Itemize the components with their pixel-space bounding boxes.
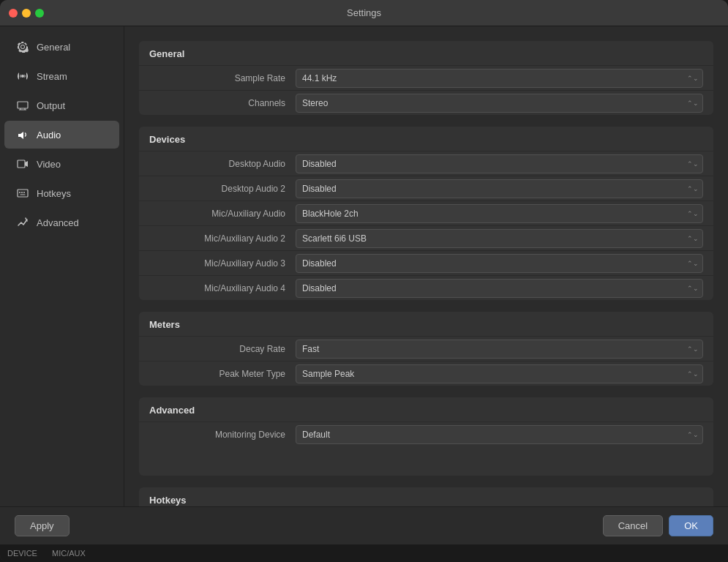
sidebar-label-output: Output xyxy=(37,100,65,111)
meters-section: Meters Decay Rate Fast Medium Slow Peak … xyxy=(139,312,713,386)
stream-icon xyxy=(16,70,29,83)
audio-icon xyxy=(16,128,29,141)
desktop-audio-control[interactable]: Disabled Default xyxy=(296,154,703,173)
mic-aux-4-row: Mic/Auxiliary Audio 4 Disabled Default xyxy=(139,275,713,300)
sample-rate-row: Sample Rate 44.1 kHz 48 kHz 96 kHz xyxy=(139,65,713,90)
advanced-section: Advanced Monitoring Device Default Black… xyxy=(139,397,713,476)
sidebar-item-video[interactable]: Video xyxy=(4,150,119,178)
sidebar-item-output[interactable]: Output xyxy=(4,91,119,119)
sidebar-label-video: Video xyxy=(37,159,61,170)
advanced-section-header: Advanced xyxy=(139,397,713,422)
mic-aux-3-control[interactable]: Disabled Default xyxy=(296,254,703,273)
svg-rect-6 xyxy=(18,190,28,197)
titlebar: Settings xyxy=(0,0,728,26)
traffic-lights xyxy=(9,9,44,18)
svg-point-0 xyxy=(21,75,24,78)
decay-rate-control[interactable]: Fast Medium Slow xyxy=(296,340,703,359)
channels-select[interactable]: Stereo Mono xyxy=(296,94,703,113)
decay-rate-label: Decay Rate xyxy=(149,344,296,354)
general-section-header: General xyxy=(139,41,713,65)
peak-meter-type-row: Peak Meter Type Sample Peak True Peak xyxy=(139,361,713,386)
sidebar-label-general: General xyxy=(37,42,70,53)
mic-aux-4-control[interactable]: Disabled Default xyxy=(296,279,703,298)
sidebar: General Stream xyxy=(0,26,124,506)
window-title: Settings xyxy=(347,7,381,18)
desktop-audio-2-row: Desktop Audio 2 Disabled Default xyxy=(139,176,713,201)
peak-meter-type-control[interactable]: Sample Peak True Peak xyxy=(296,364,703,383)
channels-label: Channels xyxy=(149,98,296,108)
general-section: General Sample Rate 44.1 kHz 48 kHz 96 k… xyxy=(139,41,713,115)
mic-aux-2-label: Mic/Auxiliary Audio 2 xyxy=(149,233,296,244)
mic-aux-2-select[interactable]: Scarlett 6i6 USB Disabled xyxy=(296,229,703,248)
bottom-taskbar: DEVICE MIC/AUX xyxy=(0,544,728,562)
peak-meter-type-label: Peak Meter Type xyxy=(149,369,296,379)
gear-icon xyxy=(16,40,29,53)
sample-rate-control[interactable]: 44.1 kHz 48 kHz 96 kHz xyxy=(296,69,703,88)
mic-aux-select[interactable]: BlackHole 2ch Disabled xyxy=(296,204,703,223)
sidebar-label-stream: Stream xyxy=(37,71,67,82)
advanced-icon xyxy=(16,216,29,229)
mic-aux-4-select[interactable]: Disabled Default xyxy=(296,279,703,298)
mic-aux-label: Mic/Auxiliary Audio xyxy=(149,209,296,219)
monitoring-device-row: Monitoring Device Default BlackHole 2ch … xyxy=(139,422,713,446)
mic-aux-control[interactable]: BlackHole 2ch Disabled xyxy=(296,204,703,223)
video-icon xyxy=(16,157,29,171)
devices-section: Devices Desktop Audio Disabled Default D… xyxy=(139,127,713,300)
taskbar-micaux: MIC/AUX xyxy=(52,549,86,558)
hotkeys-icon xyxy=(16,187,29,200)
sidebar-label-advanced: Advanced xyxy=(37,217,79,228)
svg-rect-5 xyxy=(18,160,25,168)
main-content: General Stream xyxy=(0,26,728,506)
svg-rect-1 xyxy=(18,102,28,108)
mic-aux-2-row: Mic/Auxiliary Audio 2 Scarlett 6i6 USB D… xyxy=(139,225,713,250)
desktop-audio-2-control[interactable]: Disabled Default xyxy=(296,179,703,198)
channels-control[interactable]: Stereo Mono xyxy=(296,94,703,113)
sidebar-item-audio[interactable]: Audio xyxy=(4,121,119,149)
monitoring-device-select[interactable]: Default BlackHole 2ch Scarlett 6i6 USB xyxy=(296,425,703,444)
apply-button[interactable]: Apply xyxy=(15,515,70,536)
ok-button[interactable]: OK xyxy=(669,515,713,536)
mic-aux-3-row: Mic/Auxiliary Audio 3 Disabled Default xyxy=(139,250,713,275)
decay-rate-select[interactable]: Fast Medium Slow xyxy=(296,340,703,359)
sample-rate-select[interactable]: 44.1 kHz 48 kHz 96 kHz xyxy=(296,69,703,88)
close-button[interactable] xyxy=(9,9,18,18)
devices-section-header: Devices xyxy=(139,127,713,151)
desktop-audio-select[interactable]: Disabled Default xyxy=(296,154,703,173)
channels-row: Channels Stereo Mono xyxy=(139,90,713,115)
hotkeys-section-header: Hotkeys xyxy=(139,487,713,506)
sidebar-item-hotkeys[interactable]: Hotkeys xyxy=(4,179,119,207)
sidebar-item-advanced[interactable]: Advanced xyxy=(4,209,119,236)
mic-aux-3-label: Mic/Auxiliary Audio 3 xyxy=(149,258,296,269)
sidebar-item-general[interactable]: General xyxy=(4,33,119,61)
meters-section-header: Meters xyxy=(139,312,713,336)
bottom-bar: Apply Cancel OK xyxy=(0,506,728,544)
desktop-audio-2-label: Desktop Audio 2 xyxy=(149,184,296,194)
mic-aux-row: Mic/Auxiliary Audio BlackHole 2ch Disabl… xyxy=(139,201,713,225)
maximize-button[interactable] xyxy=(35,9,44,18)
decay-rate-row: Decay Rate Fast Medium Slow xyxy=(139,336,713,361)
content-area[interactable]: General Sample Rate 44.1 kHz 48 kHz 96 k… xyxy=(124,26,728,506)
cancel-button[interactable]: Cancel xyxy=(603,515,663,536)
output-icon xyxy=(16,99,29,112)
hotkeys-section: Hotkeys xyxy=(139,487,713,506)
sidebar-label-hotkeys: Hotkeys xyxy=(37,188,71,199)
monitoring-device-label: Monitoring Device xyxy=(149,430,296,440)
mic-aux-4-label: Mic/Auxiliary Audio 4 xyxy=(149,283,296,293)
desktop-audio-row: Desktop Audio Disabled Default xyxy=(139,151,713,176)
sample-rate-label: Sample Rate xyxy=(149,73,296,83)
dialog-buttons: Cancel OK xyxy=(603,515,713,536)
sidebar-label-audio: Audio xyxy=(37,130,61,140)
mic-aux-3-select[interactable]: Disabled Default xyxy=(296,254,703,273)
peak-meter-type-select[interactable]: Sample Peak True Peak xyxy=(296,364,703,383)
taskbar-device: DEVICE xyxy=(7,549,37,558)
sidebar-item-stream[interactable]: Stream xyxy=(4,62,119,90)
minimize-button[interactable] xyxy=(22,9,31,18)
monitoring-device-control[interactable]: Default BlackHole 2ch Scarlett 6i6 USB xyxy=(296,425,703,444)
desktop-audio-2-select[interactable]: Disabled Default xyxy=(296,179,703,198)
desktop-audio-label: Desktop Audio xyxy=(149,159,296,169)
mic-aux-2-control[interactable]: Scarlett 6i6 USB Disabled xyxy=(296,229,703,248)
settings-window: Settings General xyxy=(0,0,728,562)
